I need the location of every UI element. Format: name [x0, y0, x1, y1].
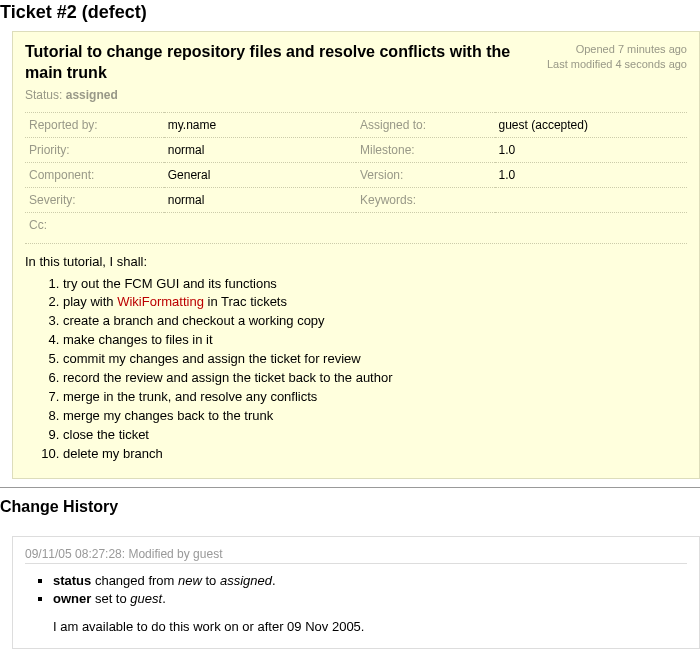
description-list: try out the FCM GUI and its functions pl… [25, 275, 687, 464]
cc-value [164, 212, 356, 237]
version-value: 1.0 [495, 162, 687, 187]
page-title: Ticket #2 (defect) [0, 2, 700, 23]
milestone-value: 1.0 [495, 137, 687, 162]
severity-label: Severity: [25, 187, 164, 212]
list-item: commit my changes and assign the ticket … [63, 350, 687, 369]
ticket-box: Tutorial to change repository files and … [12, 31, 700, 479]
reported-by-value: my.name [164, 112, 356, 137]
ticket-description: In this tutorial, I shall: try out the F… [25, 243, 687, 464]
ticket-summary: Tutorial to change repository files and … [25, 42, 535, 84]
ticket-properties: Reported by: my.name Assigned to: guest … [25, 112, 687, 237]
list-item: record the review and assign the ticket … [63, 369, 687, 388]
priority-label: Priority: [25, 137, 164, 162]
milestone-label: Milestone: [356, 137, 495, 162]
list-item: make changes to files in it [63, 331, 687, 350]
list-item: create a branch and checkout a working c… [63, 312, 687, 331]
assigned-to-value: guest (accepted) [495, 112, 687, 137]
severity-value: normal [164, 187, 356, 212]
cc-label: Cc: [25, 212, 164, 237]
reported-by-label: Reported by: [25, 112, 164, 137]
description-intro: In this tutorial, I shall: [25, 254, 687, 269]
change-item: status changed from new to assigned. [53, 572, 687, 591]
version-label: Version: [356, 162, 495, 187]
status-value: assigned [66, 88, 118, 102]
change-list: status changed from new to assigned. own… [25, 572, 687, 610]
status-line: Status: assigned [25, 88, 687, 102]
component-label: Component: [25, 162, 164, 187]
status-label: Status: [25, 88, 62, 102]
wiki-link[interactable]: WikiFormatting [117, 294, 204, 309]
change-history-heading: Change History [0, 498, 700, 516]
keywords-value [495, 187, 687, 212]
ticket-meta: Opened 7 minutes ago Last modified 4 sec… [547, 42, 687, 73]
priority-value: normal [164, 137, 356, 162]
list-item: play with WikiFormatting in Trac tickets [63, 293, 687, 312]
modified-time: Last modified 4 seconds ago [547, 57, 687, 72]
change-comment: I am available to do this work on or aft… [53, 619, 687, 634]
list-item: close the ticket [63, 426, 687, 445]
list-item: delete my branch [63, 445, 687, 464]
list-item: merge my changes back to the trunk [63, 407, 687, 426]
list-item: try out the FCM GUI and its functions [63, 275, 687, 294]
change-item: owner set to guest. [53, 590, 687, 609]
change-header: 09/11/05 08:27:28: Modified by guest [25, 547, 687, 564]
assigned-to-label: Assigned to: [356, 112, 495, 137]
keywords-label: Keywords: [356, 187, 495, 212]
change-entry: 09/11/05 08:27:28: Modified by guest sta… [12, 536, 700, 650]
opened-time: Opened 7 minutes ago [547, 42, 687, 57]
component-value: General [164, 162, 356, 187]
divider [0, 487, 700, 488]
list-item: merge in the trunk, and resolve any conf… [63, 388, 687, 407]
